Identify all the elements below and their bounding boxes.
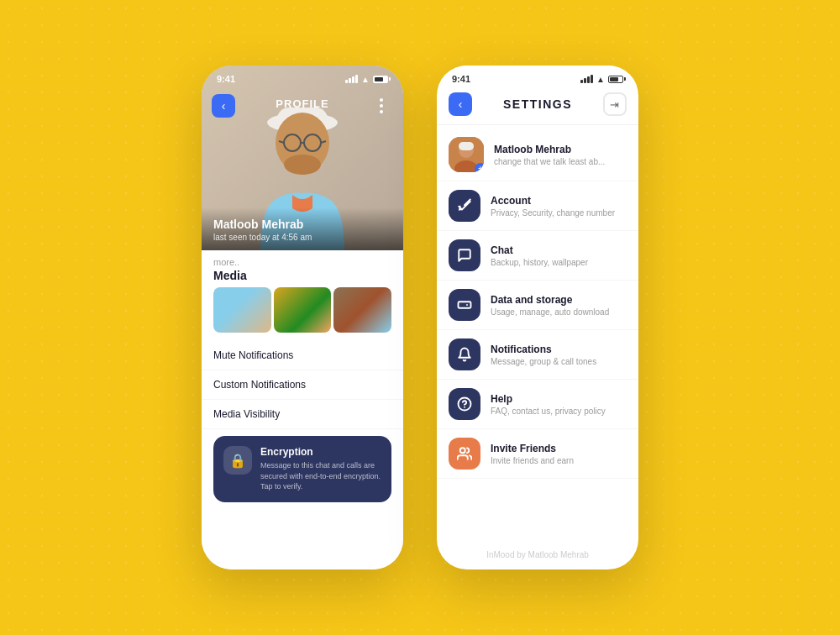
media-grid: [202, 287, 403, 341]
custom-notifications-item[interactable]: Custom Notifications: [202, 370, 403, 400]
signal-icon-2: [580, 75, 593, 83]
chat-icon: [449, 239, 480, 271]
battery-icon: [373, 76, 388, 83]
settings-list: + Matloob Mehrab change that we talk lea…: [437, 125, 638, 538]
chat-item-title: Chat: [491, 244, 627, 256]
settings-footer: InMood by Matloob Mehrab: [437, 538, 638, 569]
settings-header: ‹ SETTINGS ⇥: [437, 87, 638, 125]
status-icons-2: ▲: [580, 75, 623, 84]
profile-header: 9:41 ▲: [202, 66, 403, 250]
media-thumb-3[interactable]: [333, 287, 391, 333]
encryption-icon: 🔒: [223, 446, 252, 475]
settings-item-chat[interactable]: Chat Backup, history, wallpaper: [437, 231, 638, 281]
encryption-desc: Message to this chat and calls are secur…: [260, 460, 381, 492]
invite-icon: [449, 438, 480, 470]
profile-item-name: Matloob Mehrab: [494, 144, 627, 155]
profile-content: more.. Media Mute Notifications Custom N…: [202, 250, 403, 569]
encryption-card[interactable]: 🔒 Encryption Message to this chat and ca…: [213, 436, 391, 502]
profile-overlay: Matloob Mehrab last seen today at 4:56 a…: [202, 207, 403, 250]
svg-point-16: [460, 448, 465, 453]
settings-item-data[interactable]: Data and storage Usage, manage, auto dow…: [437, 281, 638, 330]
phone-profile: 9:41 ▲: [202, 66, 403, 569]
more-button[interactable]: [370, 94, 393, 118]
data-item-content: Data and storage Usage, manage, auto dow…: [491, 294, 627, 317]
settings-screen-title: SETTINGS: [503, 97, 572, 111]
mute-notifications-item[interactable]: Mute Notifications: [202, 341, 403, 370]
logout-icon: ⇥: [610, 98, 619, 111]
wifi-icon-2: ▲: [596, 75, 605, 84]
profile-item-subtitle: change that we talk least ab...: [494, 157, 627, 166]
avatar: +: [449, 137, 484, 172]
settings-item-account[interactable]: Account Privacy, Security, change number: [437, 181, 638, 231]
profile-screen-title: PROFILE: [276, 97, 328, 110]
account-item-content: Account Privacy, Security, change number: [491, 195, 627, 218]
back-button-settings[interactable]: ‹: [449, 92, 472, 116]
account-item-title: Account: [491, 195, 627, 207]
svg-point-10: [284, 155, 321, 175]
encryption-text: Encryption Message to this chat and call…: [260, 446, 381, 492]
signal-icon: [345, 75, 358, 83]
battery-icon-2: [608, 76, 623, 83]
account-icon: [449, 190, 480, 222]
chevron-left-icon-2: ‹: [459, 97, 463, 111]
profile-last-seen: last seen today at 4:56 am: [213, 233, 391, 242]
help-item-title: Help: [491, 393, 627, 405]
account-item-subtitle: Privacy, Security, change number: [491, 208, 627, 218]
avatar-add-icon: +: [475, 163, 484, 172]
status-icons-1: ▲: [345, 75, 388, 84]
chat-item-subtitle: Backup, history, wallpaper: [491, 258, 627, 267]
wifi-icon: ▲: [361, 75, 370, 84]
phone-settings: 9:41 ▲ ‹: [437, 66, 638, 569]
settings-item-notifications[interactable]: Notifications Message, group & call tone…: [437, 330, 638, 380]
status-bar-1: 9:41 ▲: [202, 66, 403, 87]
media-section-title: Media: [202, 269, 403, 287]
invite-item-subtitle: Invite friends and earn: [491, 456, 627, 465]
status-time-2: 9:41: [452, 74, 470, 84]
more-label: more..: [202, 250, 403, 269]
profile-item-content: Matloob Mehrab change that we talk least…: [494, 144, 627, 166]
data-item-title: Data and storage: [491, 294, 627, 306]
notifications-icon: [449, 338, 480, 370]
notifications-item-subtitle: Message, group & call tones: [491, 357, 627, 366]
settings-item-invite[interactable]: Invite Friends Invite friends and earn: [437, 429, 638, 479]
help-item-content: Help FAQ, contact us, privacy policy: [491, 393, 627, 416]
notifications-item-title: Notifications: [491, 344, 627, 355]
media-visibility-item[interactable]: Media Visibility: [202, 400, 403, 429]
help-item-subtitle: FAQ, contact us, privacy policy: [491, 407, 627, 416]
help-icon: [449, 388, 480, 420]
invite-item-title: Invite Friends: [491, 443, 627, 454]
media-thumb-2[interactable]: [274, 287, 332, 333]
notifications-item-content: Notifications Message, group & call tone…: [491, 344, 627, 366]
data-item-subtitle: Usage, manage, auto download: [491, 307, 627, 317]
status-time-1: 9:41: [217, 74, 235, 84]
profile-name: Matloob Mehrab: [213, 218, 391, 231]
data-storage-icon: [449, 289, 480, 321]
logout-button[interactable]: ⇥: [603, 92, 627, 116]
encryption-title: Encryption: [260, 446, 381, 458]
invite-item-content: Invite Friends Invite friends and earn: [491, 443, 627, 465]
media-thumb-1[interactable]: [213, 287, 271, 333]
svg-rect-14: [459, 142, 474, 150]
chevron-left-icon: ‹: [222, 99, 226, 113]
status-bar-2: 9:41 ▲: [437, 66, 638, 87]
chat-item-content: Chat Backup, history, wallpaper: [491, 244, 627, 267]
back-button-profile[interactable]: ‹: [212, 94, 235, 118]
settings-item-profile[interactable]: + Matloob Mehrab change that we talk lea…: [437, 129, 638, 181]
settings-item-help[interactable]: Help FAQ, contact us, privacy policy: [437, 380, 638, 429]
